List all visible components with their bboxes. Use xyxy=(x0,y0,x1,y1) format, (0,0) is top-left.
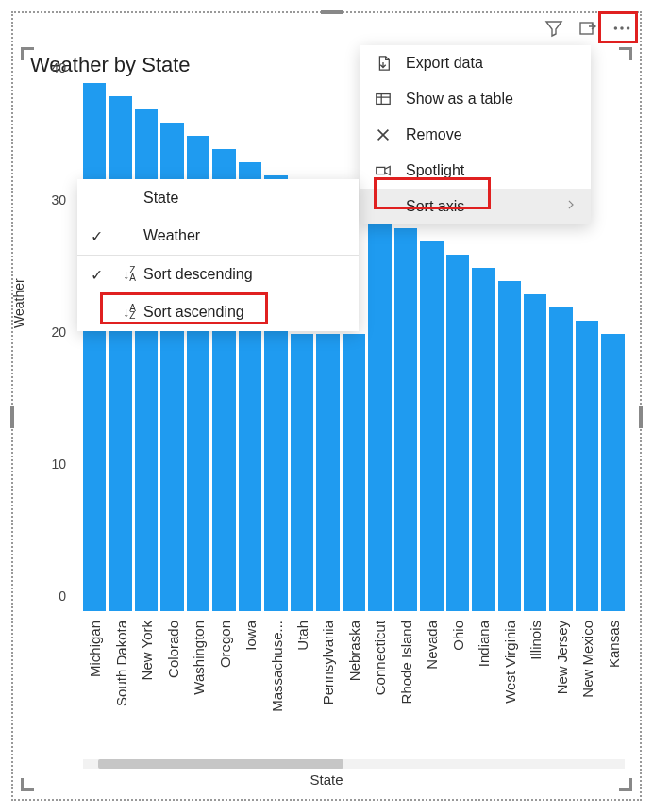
resize-handle-left[interactable] xyxy=(10,406,14,428)
submenu-item-label: Sort descending xyxy=(143,266,359,283)
resize-handle-top[interactable] xyxy=(321,10,343,14)
resize-handle-right[interactable] xyxy=(639,406,643,428)
check-icon: ✓ xyxy=(77,227,115,245)
y-tick: 30 xyxy=(28,192,66,207)
menu-item-label: Spotlight xyxy=(406,162,464,179)
submenu-item-label: State xyxy=(143,190,359,207)
check-icon: ✓ xyxy=(77,266,115,284)
x-tick-label: South Dakota xyxy=(109,615,131,775)
submenu-item-sort-ascending[interactable]: ↓AZ Sort ascending xyxy=(77,293,359,331)
horizontal-scrollbar[interactable] xyxy=(83,759,625,769)
x-tick-label: Connecticut xyxy=(368,615,391,775)
submenu-item-sort-descending[interactable]: ✓ ↓ZA Sort descending xyxy=(77,256,359,293)
menu-item-export-data[interactable]: Export data xyxy=(360,45,591,81)
bar[interactable] xyxy=(394,228,417,611)
x-axis-title: State xyxy=(310,771,343,787)
sort-asc-icon: ↓AZ xyxy=(115,305,143,320)
x-tick-label: New York xyxy=(135,615,158,775)
x-tick-label: Indiana xyxy=(472,615,494,775)
export-icon xyxy=(374,54,393,73)
filter-icon[interactable] xyxy=(544,18,564,39)
y-tick: 20 xyxy=(28,324,66,340)
svg-rect-5 xyxy=(377,167,385,174)
x-tick-label: Washington xyxy=(187,615,209,775)
visual-toolbar xyxy=(544,13,632,43)
svg-rect-0 xyxy=(580,23,593,34)
y-tick: 0 xyxy=(28,588,66,604)
x-tick-label: Nevada xyxy=(420,615,443,775)
scrollbar-thumb[interactable] xyxy=(98,759,343,769)
x-tick-label: Iowa xyxy=(239,615,261,775)
y-tick: 10 xyxy=(28,456,66,472)
more-options-icon[interactable] xyxy=(611,18,632,39)
x-tick-label: Ohio xyxy=(446,615,469,775)
submenu-item-weather[interactable]: ✓ Weather xyxy=(77,217,359,255)
submenu-item-state[interactable]: State xyxy=(77,179,359,217)
menu-item-remove[interactable]: Remove xyxy=(360,117,591,153)
chevron-right-icon xyxy=(564,198,578,215)
svg-point-2 xyxy=(620,26,624,30)
menu-item-sort-axis[interactable]: Sort axis xyxy=(360,189,591,224)
x-tick-label: West Virginia xyxy=(498,615,521,775)
submenu-item-label: Weather xyxy=(143,227,359,244)
context-menu: Export data Show as a table Remove Spotl… xyxy=(360,45,591,224)
sort-axis-submenu: State ✓ Weather ✓ ↓ZA Sort descending ↓A… xyxy=(77,179,359,331)
x-tick-label: Illinois xyxy=(524,615,546,775)
bar[interactable] xyxy=(549,307,572,611)
y-axis: 0 10 20 30 40 xyxy=(21,83,77,611)
menu-item-spotlight[interactable]: Spotlight xyxy=(360,153,591,189)
menu-item-label: Export data xyxy=(406,55,483,72)
y-axis-label: Weather xyxy=(11,278,26,328)
bar[interactable] xyxy=(601,334,624,611)
x-tick-label: Pennsylvania xyxy=(316,615,339,775)
menu-item-label: Sort axis xyxy=(406,198,464,215)
x-axis-labels: MichiganSouth DakotaNew YorkColoradoWash… xyxy=(83,615,625,775)
table-icon xyxy=(374,90,393,108)
bar[interactable] xyxy=(446,255,469,611)
remove-icon xyxy=(374,125,393,144)
bar[interactable] xyxy=(576,321,598,611)
x-tick-label: New Jersey xyxy=(549,615,572,775)
x-tick-label: Rhode Island xyxy=(394,615,417,775)
spotlight-icon xyxy=(374,161,393,180)
menu-item-label: Remove xyxy=(406,126,462,143)
bar[interactable] xyxy=(109,96,131,611)
blank-icon xyxy=(374,197,393,216)
svg-point-3 xyxy=(627,26,630,30)
menu-item-label: Show as a table xyxy=(406,91,513,108)
bar[interactable] xyxy=(420,241,443,611)
svg-rect-4 xyxy=(377,94,390,105)
x-tick-label: New Mexico xyxy=(576,615,598,775)
bar[interactable] xyxy=(524,294,546,611)
bar[interactable] xyxy=(291,334,313,611)
bar[interactable] xyxy=(498,281,521,611)
bar[interactable] xyxy=(343,334,365,611)
menu-item-show-as-table[interactable]: Show as a table xyxy=(360,81,591,117)
bar[interactable] xyxy=(368,222,391,611)
x-tick-label: Michigan xyxy=(83,615,106,775)
x-tick-label: Kansas xyxy=(601,615,624,775)
bar[interactable] xyxy=(83,83,106,611)
sort-desc-icon: ↓ZA xyxy=(115,267,143,282)
y-tick: 40 xyxy=(28,60,66,75)
x-tick-label: Utah xyxy=(291,615,313,775)
x-tick-label: Massachuse... xyxy=(264,615,287,775)
submenu-item-label: Sort ascending xyxy=(143,304,359,321)
x-tick-label: Colorado xyxy=(160,615,183,775)
bar[interactable] xyxy=(472,268,494,611)
x-tick-label: Nebraska xyxy=(343,615,365,775)
x-tick-label: Oregon xyxy=(212,615,235,775)
focus-mode-icon[interactable] xyxy=(578,18,598,39)
svg-point-1 xyxy=(614,26,618,30)
bar[interactable] xyxy=(316,334,339,611)
